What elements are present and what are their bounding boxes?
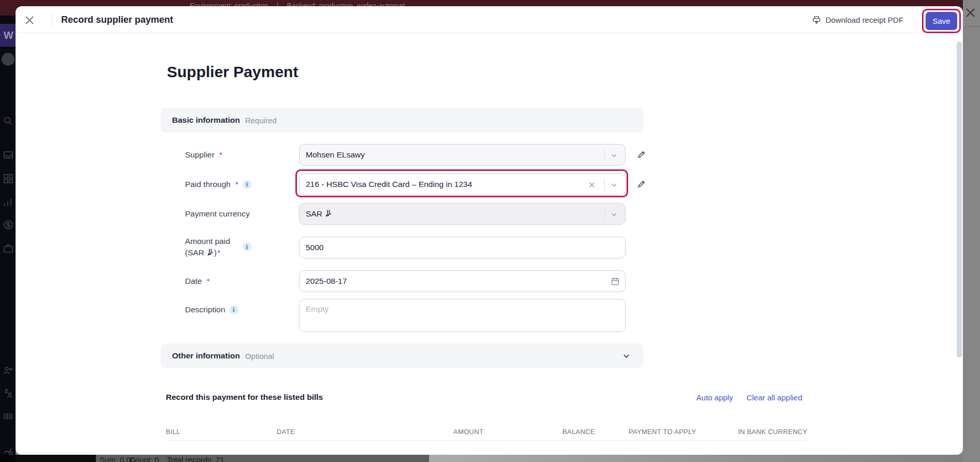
modal-title: Record supplier payment [61,6,173,33]
save-button[interactable]: Save [926,12,957,30]
column-header-balance: BALANCE [517,428,595,436]
bills-actions: Auto apply Clear all applied [697,393,802,402]
column-header-payment-to-apply: PAYMENT TO APPLY [629,428,697,436]
screen: Environment: production | Backend: produ… [0,0,980,462]
supplier-value: Mohsen ELsawy [306,150,365,160]
paid-through-value: 216 - HSBC Visa Credit Card – Ending in … [306,180,472,189]
download-receipt-button[interactable]: Download receipt PDF [812,6,903,33]
section-badge: Required [245,116,277,125]
select-separator [604,149,605,162]
bar-chart-icon[interactable] [3,197,14,208]
chevron-down-icon [610,181,618,189]
modal-header-rule [16,33,963,33]
bills-section-heading: Record this payment for these listed bil… [166,393,323,402]
coin-dollar-icon[interactable] [3,219,14,230]
payment-currency-select[interactable]: SAR [299,203,626,225]
description-input[interactable] [299,299,626,332]
header-divider [52,14,52,25]
amount-paid-label: Amount paid (SAR)* i [185,236,268,258]
printer-icon [812,15,821,25]
search-icon[interactable] [3,116,14,127]
contacts-icon[interactable] [3,365,14,376]
column-header-date: DATE [277,428,295,436]
description-label: Description i [185,299,238,321]
inbox-icon[interactable] [3,149,14,161]
currency-code: SAR [306,209,322,219]
column-header-in-bank-currency: IN BANK CURRENCY [723,428,807,436]
supplier-label: Supplier* [185,144,222,166]
supplier-select[interactable]: Mohsen ELsawy [299,144,626,166]
payment-currency-label: Payment currency [185,203,250,225]
edit-paid-through-icon[interactable] [636,179,646,189]
count-status: Count: 0 [130,455,159,462]
download-receipt-label: Download receipt PDF [826,16,903,24]
paid-through-select[interactable]: 216 - HSBC Visa Credit Card – Ending in … [299,174,626,195]
riyal-symbol-icon [325,209,332,219]
page-title: Supplier Payment [167,63,298,81]
payroll-icon[interactable] [3,388,14,399]
clear-selection-icon[interactable] [588,181,596,189]
select-separator [604,208,605,221]
info-icon[interactable]: i [230,306,238,314]
info-icon[interactable]: i [243,242,251,251]
chevron-down-icon [610,152,618,159]
select-separator [604,179,605,191]
section-other-information[interactable]: Other information Optional [161,343,644,368]
chevron-down-icon [610,211,618,218]
backdrop-bottom-light [429,455,963,462]
page-backdrop-right [963,0,980,462]
table-header-divider [166,440,807,441]
close-icon[interactable] [24,15,35,26]
section-badge: Optional [245,352,274,360]
info-icon[interactable]: i [243,180,251,189]
clear-all-applied-link[interactable]: Clear all applied [746,393,802,402]
date-input[interactable] [299,270,626,292]
barcode-icon[interactable] [3,411,14,422]
section-title: Basic information [172,116,240,125]
paid-through-label: Paid through* i [185,174,251,195]
save-annotation-box: Save [922,9,961,33]
modal-scrollbar-thumb[interactable] [957,41,962,357]
auto-apply-link[interactable]: Auto apply [697,393,733,402]
total-records-status: Total records: 21 [167,455,224,462]
section-title: Other information [172,351,240,360]
briefcase-icon[interactable] [3,243,14,254]
date-label: Date* [185,270,210,292]
backdrop-divider [963,26,980,27]
edit-supplier-icon[interactable] [636,150,646,160]
riyal-symbol-icon [207,247,214,258]
avatar[interactable] [2,53,15,66]
backdrop-bottom-dark [16,455,96,462]
wafeq-logo[interactable]: W [0,24,16,47]
amount-paid-input[interactable] [299,237,626,258]
app-sidebar: W [0,16,16,462]
outer-close-icon[interactable] [964,7,976,19]
record-supplier-payment-modal: Record supplier payment Download receipt… [16,6,963,455]
chevron-down-icon [622,352,630,360]
backdrop-bottom-sidebar [0,455,16,462]
column-header-amount: AMOUNT [406,428,484,436]
section-basic-information: Basic information Required [161,108,644,133]
column-header-bill: BILL [166,428,180,436]
grid-icon[interactable] [3,173,14,184]
